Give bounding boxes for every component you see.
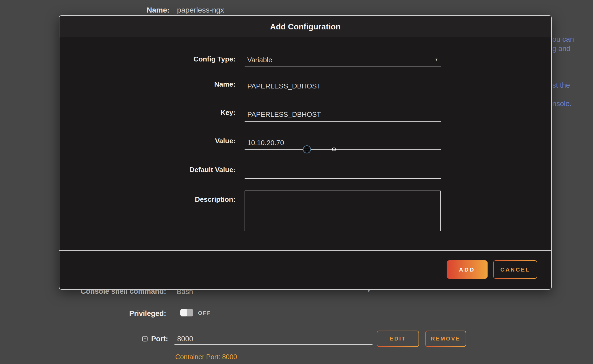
background-name-row: Name:paperless-ngx	[147, 6, 224, 14]
privileged-toggle[interactable]	[180, 309, 193, 316]
edit-button[interactable]: EDIT	[377, 331, 419, 347]
click-indicator-ring	[332, 148, 336, 151]
privileged-state-text: OFF	[198, 310, 211, 316]
config-type-value: Variable	[247, 56, 272, 64]
remove-button-label: REMOVE	[426, 331, 466, 346]
container-port-note: Container Port: 8000	[175, 353, 237, 361]
background-name-label: Name:	[147, 6, 170, 14]
description-textarea[interactable]	[245, 191, 441, 231]
key-label: Key:	[65, 109, 235, 117]
dialog-header: Add Configuration	[59, 16, 551, 37]
port-field[interactable]	[174, 334, 372, 345]
value-label: Value:	[65, 137, 235, 145]
cancel-button[interactable]: CANCEL	[493, 260, 537, 279]
dialog-title: Add Configuration	[270, 22, 340, 31]
toggle-knob	[180, 309, 187, 316]
port-input[interactable]	[174, 334, 372, 344]
clipped-help-link[interactable]: st the	[552, 81, 570, 90]
port-label: Port:	[151, 335, 168, 343]
default-value-label: Default Value:	[65, 166, 235, 174]
default-value-field[interactable]	[245, 165, 441, 179]
value-input[interactable]	[245, 136, 441, 149]
value-field[interactable]	[245, 136, 441, 150]
name-field[interactable]	[245, 79, 441, 93]
edit-button-label: EDIT	[377, 331, 419, 346]
cancel-button-label: CANCEL	[494, 261, 537, 278]
default-value-input[interactable]	[245, 165, 441, 178]
config-type-label: Config Type:	[65, 55, 235, 63]
remove-button[interactable]: REMOVE	[425, 331, 466, 347]
clipped-help-link[interactable]: g and	[552, 45, 571, 53]
clipped-help-link[interactable]: ou can	[552, 35, 574, 44]
clipped-help-link[interactable]: nsole.	[552, 100, 572, 108]
add-button[interactable]: ADD	[447, 260, 488, 279]
key-input[interactable]	[245, 108, 441, 121]
privileged-label: Privileged:	[129, 309, 166, 318]
key-field[interactable]	[245, 108, 441, 122]
name-label: Name:	[65, 80, 235, 88]
minus-square-icon[interactable]	[142, 336, 148, 343]
move-cursor-icon	[303, 145, 311, 154]
description-label: Description:	[65, 195, 235, 204]
footer-divider	[59, 250, 551, 251]
name-input[interactable]	[245, 79, 441, 93]
config-type-select[interactable]: Variable	[245, 53, 441, 67]
background-name-value: paperless-ngx	[177, 6, 224, 14]
